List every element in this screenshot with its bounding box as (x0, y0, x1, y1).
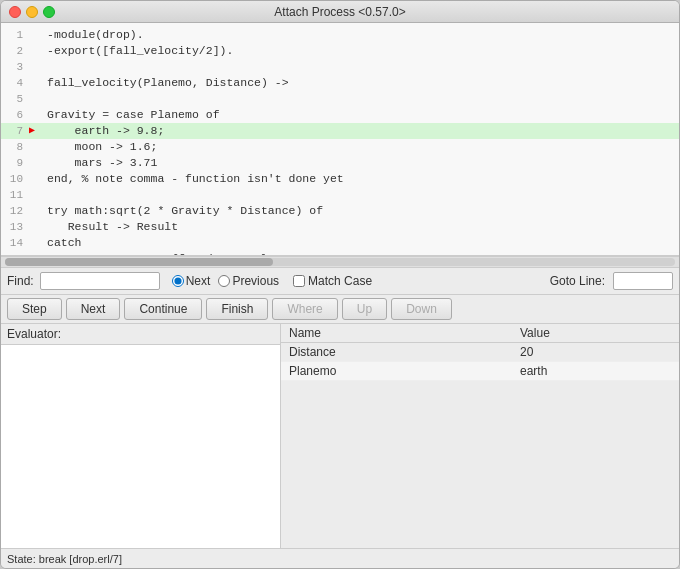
find-label: Find: (7, 274, 34, 288)
line-number: 13 (1, 219, 29, 235)
line-arrow (29, 171, 43, 187)
code-editor[interactable]: 1-module(drop).2-export([fall_velocity/2… (1, 23, 679, 256)
variable-value: 20 (512, 343, 679, 362)
evaluator-panel: Evaluator: (1, 324, 281, 548)
match-case-checkbox[interactable] (293, 275, 305, 287)
status-bar: State: break [drop.erl/7] (1, 548, 679, 568)
line-arrow (29, 75, 43, 91)
search-direction-group: Next Previous Match Case (172, 274, 372, 288)
line-number: 14 (1, 235, 29, 251)
line-number: 8 (1, 139, 29, 155)
line-number: 2 (1, 43, 29, 59)
line-code: try math:sqrt(2 * Gravity * Distance) of (43, 203, 679, 219)
code-line: 1-module(drop). (1, 27, 679, 43)
code-line: 14catch (1, 235, 679, 251)
line-code (43, 59, 679, 75)
line-code: Result -> Result (43, 219, 679, 235)
evaluator-textarea[interactable] (1, 345, 280, 548)
continue-button[interactable]: Continue (124, 298, 202, 320)
line-code: moon -> 1.6; (43, 139, 679, 155)
main-window: Attach Process <0.57.0> 1-module(drop).2… (0, 0, 680, 569)
next-button[interactable]: Next (66, 298, 121, 320)
finish-button[interactable]: Finish (206, 298, 268, 320)
prev-radio-label: Previous (232, 274, 279, 288)
line-code (43, 91, 679, 107)
horizontal-scrollbar[interactable] (1, 256, 679, 268)
line-code: Gravity = case Planemo of (43, 107, 679, 123)
code-line: 7▶ earth -> 9.8; (1, 123, 679, 139)
code-line: 9 mars -> 3.71 (1, 155, 679, 171)
variable-row: Planemoearth (281, 362, 679, 381)
step-button[interactable]: Step (7, 298, 62, 320)
match-case-item: Match Case (293, 274, 372, 288)
bottom-panel: Evaluator: Name Value Distance20Planemoe… (1, 324, 679, 548)
line-arrow (29, 219, 43, 235)
variable-name: Distance (281, 343, 512, 362)
traffic-lights (9, 6, 55, 18)
code-line: 5 (1, 91, 679, 107)
col-name-header: Name (281, 324, 512, 343)
code-line: 2-export([fall_velocity/2]). (1, 43, 679, 59)
line-number: 5 (1, 91, 29, 107)
up-button[interactable]: Up (342, 298, 387, 320)
next-radio-item: Next (172, 274, 211, 288)
goto-label: Goto Line: (550, 274, 605, 288)
match-case-label: Match Case (308, 274, 372, 288)
variable-row: Distance20 (281, 343, 679, 362)
line-arrow (29, 43, 43, 59)
status-text: State: break [drop.erl/7] (7, 553, 122, 565)
line-code: catch (43, 235, 679, 251)
title-bar: Attach Process <0.57.0> (1, 1, 679, 23)
code-line: 12try math:sqrt(2 * Gravity * Distance) … (1, 203, 679, 219)
line-number: 3 (1, 59, 29, 75)
find-toolbar: Find: Next Previous Match Case Goto Line… (1, 268, 679, 295)
prev-radio-item: Previous (218, 274, 279, 288)
code-line: 6Gravity = case Planemo of (1, 107, 679, 123)
line-code: fall_velocity(Planemo, Distance) -> (43, 75, 679, 91)
window-title: Attach Process <0.57.0> (274, 5, 405, 19)
line-number: 6 (1, 107, 29, 123)
down-button[interactable]: Down (391, 298, 452, 320)
line-number: 10 (1, 171, 29, 187)
line-code: -module(drop). (43, 27, 679, 43)
line-arrow (29, 107, 43, 123)
line-arrow (29, 235, 43, 251)
line-number: 11 (1, 187, 29, 203)
next-radio[interactable] (172, 275, 184, 287)
line-number: 9 (1, 155, 29, 171)
line-number: 1 (1, 27, 29, 43)
debug-toolbar: Step Next Continue Finish Where Up Down (1, 295, 679, 324)
variables-table: Name Value Distance20Planemoearth (281, 324, 679, 381)
line-arrow (29, 27, 43, 43)
scrollbar-thumb[interactable] (5, 258, 273, 266)
code-line: 4fall_velocity(Planemo, Distance) -> (1, 75, 679, 91)
variable-name: Planemo (281, 362, 512, 381)
line-arrow: ▶ (29, 123, 43, 139)
code-line: 13 Result -> Result (1, 219, 679, 235)
prev-radio[interactable] (218, 275, 230, 287)
scrollbar-track[interactable] (5, 258, 675, 266)
goto-input[interactable] (613, 272, 673, 290)
main-content: 1-module(drop).2-export([fall_velocity/2… (1, 23, 679, 568)
line-code: earth -> 9.8; (43, 123, 679, 139)
next-radio-label: Next (186, 274, 211, 288)
line-arrow (29, 155, 43, 171)
code-line: 10end, % note comma - function isn't don… (1, 171, 679, 187)
minimize-button[interactable] (26, 6, 38, 18)
line-code (43, 187, 679, 203)
line-arrow (29, 91, 43, 107)
evaluator-label: Evaluator: (1, 324, 280, 345)
code-line: 3 (1, 59, 679, 75)
line-number: 12 (1, 203, 29, 219)
line-code: -export([fall_velocity/2]). (43, 43, 679, 59)
line-code: end, % note comma - function isn't done … (43, 171, 679, 187)
code-line: 8 moon -> 1.6; (1, 139, 679, 155)
find-input[interactable] (40, 272, 160, 290)
close-button[interactable] (9, 6, 21, 18)
maximize-button[interactable] (43, 6, 55, 18)
line-arrow (29, 139, 43, 155)
where-button[interactable]: Where (272, 298, 337, 320)
variables-panel: Name Value Distance20Planemoearth (281, 324, 679, 548)
line-number: 4 (1, 75, 29, 91)
line-number: 7 (1, 123, 29, 139)
